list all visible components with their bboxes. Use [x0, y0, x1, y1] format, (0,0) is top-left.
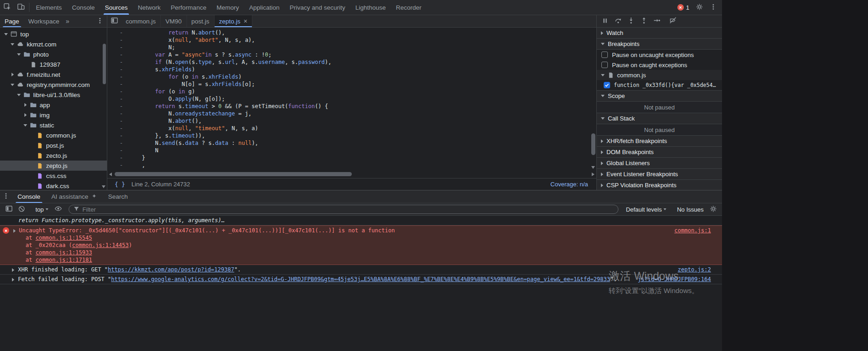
line-gutter[interactable]: -	[107, 29, 128, 36]
tree-toggle-arrow[interactable]	[22, 113, 29, 117]
line-gutter[interactable]: -	[107, 88, 128, 95]
step-button[interactable]	[650, 15, 663, 27]
arrow-icon[interactable]	[23, 124, 27, 127]
tree-toggle-arrow[interactable]	[9, 84, 16, 86]
toggle-navigator-button[interactable]	[107, 15, 121, 27]
line-gutter[interactable]: -	[107, 66, 128, 73]
tree-item-f-meizitu-net[interactable]: f.meizitu.net	[0, 69, 107, 80]
message-url-link[interactable]: https://kkmzt.com/app/post/p?id=129387	[108, 266, 234, 273]
more-options-button[interactable]	[706, 3, 720, 12]
line-gutter[interactable]: -	[107, 132, 128, 139]
settings-button[interactable]	[693, 3, 706, 12]
tree-item-registry-npmmirror-com[interactable]: registry.npmmirror.com	[0, 80, 107, 90]
arrow-icon[interactable]	[24, 103, 27, 107]
tree-item-img[interactable]: img	[0, 110, 107, 120]
breakpoint-entry[interactable]: function _0x33fd(){var _0x5de54…	[597, 80, 722, 90]
editor-tab-zepto-js[interactable]: zepto.js×	[215, 15, 253, 27]
pause-exception-option[interactable]: Pause on uncaught exceptions	[597, 50, 722, 60]
main-tab-sources[interactable]: Sources	[100, 0, 133, 15]
coverage-link[interactable]: Coverage: n/a	[550, 181, 591, 188]
editor-tab-post-js[interactable]: post.js	[187, 15, 215, 27]
section-header-scope[interactable]: Scope	[597, 91, 722, 102]
tree-item-static[interactable]: static	[0, 120, 107, 130]
step-out-button[interactable]	[637, 15, 650, 27]
line-gutter[interactable]: -	[107, 147, 128, 154]
section-header-xhr-fetch-breakpoints[interactable]: XHR/fetch Breakpoints	[597, 136, 722, 147]
console-settings-button[interactable]	[707, 203, 719, 215]
expand-message-icon[interactable]	[12, 278, 14, 282]
code-line[interactable]: - ,	[107, 161, 596, 169]
context-selector[interactable]: top	[33, 206, 51, 213]
section-header-event-listener-breakpoints[interactable]: Event Listener Breakpoints	[597, 169, 722, 180]
pause-button[interactable]	[599, 15, 612, 27]
clear-console-button[interactable]	[16, 203, 28, 215]
code-line[interactable]: - s.xhrFields)	[107, 66, 596, 73]
tree-item-kkmzt-com[interactable]: kkmzt.com	[0, 39, 107, 49]
message-source-link[interactable]: zepto.js:2	[671, 266, 711, 273]
device-toolbar-button[interactable]	[14, 0, 28, 15]
tree-item-common-js[interactable]: common.js	[0, 130, 107, 140]
error-source-link[interactable]: common.js:1	[668, 227, 711, 234]
line-gutter[interactable]: -	[107, 51, 128, 58]
tree-item-libre-ui-1-3-0-files[interactable]: libre-ui/1.3.0/files	[0, 90, 107, 100]
main-tab-application[interactable]: Application	[244, 0, 285, 15]
code-line[interactable]: - var A = "async"in s ? s.async : !0;	[107, 51, 596, 58]
editor-tab-vm90[interactable]: VM90	[161, 15, 186, 27]
arrow-icon[interactable]	[11, 43, 14, 46]
code-line[interactable]: - }	[107, 154, 596, 161]
message-url-link[interactable]: https://www.google-analytics.com/g/colle…	[111, 276, 610, 282]
tree-item-app[interactable]: app	[0, 100, 107, 110]
tree-toggle-arrow[interactable]	[22, 124, 29, 127]
main-tab-recorder[interactable]: Recorder	[391, 0, 427, 15]
code-line[interactable]: - for (o in g)	[107, 88, 596, 95]
filter-input[interactable]	[82, 206, 614, 213]
line-gutter[interactable]: -	[107, 139, 128, 147]
section-arrow-icon[interactable]	[601, 95, 605, 97]
section-arrow-icon[interactable]	[601, 43, 605, 45]
log-levels-selector[interactable]: Default levels	[623, 206, 669, 213]
breakpoint-file-group[interactable]: common.js	[597, 70, 722, 80]
arrow-icon[interactable]	[4, 33, 8, 35]
code-line[interactable]: - x(null, "timeout", N, s, a)	[107, 125, 596, 132]
section-header-dom-breakpoints[interactable]: DOM Breakpoints	[597, 147, 722, 158]
tree-item-129387[interactable]: 129387	[0, 59, 107, 69]
code-line[interactable]: - }, s.timeout)),	[107, 132, 596, 139]
stack-location-link[interactable]: common.js:1:15933	[35, 249, 92, 256]
code-line[interactable]: - N;	[107, 44, 596, 51]
line-gutter[interactable]: -	[107, 81, 128, 88]
main-tab-network[interactable]: Network	[133, 0, 166, 15]
navigator-scrollbar[interactable]	[101, 29, 106, 190]
step-into-button[interactable]	[624, 15, 637, 27]
tree-item-top[interactable]: top	[0, 29, 107, 39]
checkbox[interactable]	[601, 52, 608, 58]
main-tab-console[interactable]: Console	[67, 0, 100, 15]
drawer-menu-button[interactable]	[0, 190, 12, 203]
stack-location-link[interactable]: common.js:1:15545	[35, 235, 92, 241]
pause-exception-option[interactable]: Pause on caught exceptions	[597, 60, 722, 70]
scrollbar-thumb[interactable]	[103, 44, 106, 84]
scroll-down-arrow-icon[interactable]	[102, 185, 105, 188]
main-tab-lighthouse[interactable]: Lighthouse	[350, 0, 391, 15]
section-arrow-icon[interactable]	[601, 184, 603, 187]
section-arrow-icon[interactable]	[601, 161, 603, 165]
section-header-watch[interactable]: Watch	[597, 28, 722, 39]
code-editor[interactable]: - return N.abort(),- x(null, "abort", N,…	[107, 28, 596, 171]
main-tab-performance[interactable]: Performance	[166, 0, 211, 15]
drawer-tab-search[interactable]: Search	[103, 190, 134, 203]
code-line[interactable]: - N.send(s.data ? s.data : null),	[107, 139, 596, 147]
section-arrow-icon[interactable]	[601, 173, 603, 176]
breakpoint-checkbox[interactable]	[604, 82, 610, 88]
code-line[interactable]: - N	[107, 147, 596, 154]
tree-toggle-arrow[interactable]	[9, 73, 16, 76]
code-line[interactable]: - N.onreadystatechange = j,	[107, 110, 596, 117]
section-header-call-stack[interactable]: Call Stack	[597, 113, 722, 124]
section-header-global-listeners[interactable]: Global Listeners	[597, 158, 722, 169]
line-gutter[interactable]: -	[107, 110, 128, 117]
line-gutter[interactable]: -	[107, 73, 128, 81]
console-sidebar-toggle[interactable]	[3, 203, 15, 215]
editor-vertical-scrollbar[interactable]	[590, 28, 596, 171]
navigator-tab-page[interactable]: Page	[0, 15, 24, 27]
live-expression-button[interactable]	[52, 203, 64, 215]
editor-tab-common-js[interactable]: common.js	[121, 15, 161, 27]
message-source-link[interactable]: js?id=G-JHRDJFPB09:164	[631, 276, 711, 283]
